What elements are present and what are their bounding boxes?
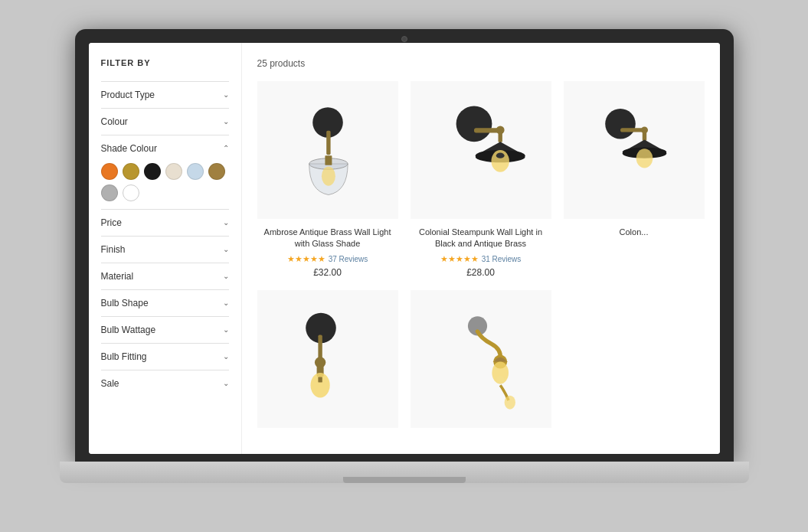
svg-point-30 [496, 376, 504, 384]
filter-price[interactable]: Price ⌄ [101, 209, 229, 236]
product-price-2: £28.00 [411, 267, 551, 278]
chevron-down-icon: ⌄ [223, 299, 229, 307]
chevron-down-icon: ⌄ [223, 352, 229, 361]
product-image-5 [411, 290, 551, 428]
product-price-1: £32.00 [257, 267, 398, 278]
webcam [401, 36, 407, 42]
filter-colour[interactable]: Colour ⌄ [101, 108, 229, 135]
swatch-black[interactable] [144, 163, 161, 180]
filter-sale-label: Sale [101, 378, 119, 389]
filter-shade-colour[interactable]: Shade Colour ⌃ [101, 143, 229, 154]
svg-point-25 [310, 373, 329, 397]
filter-shade-colour-label: Shade Colour [101, 143, 157, 154]
swatch-white[interactable] [123, 184, 139, 201]
swatch-gold[interactable] [123, 163, 139, 180]
product-card-2[interactable]: Colonial Steampunk Wall Light in Black a… [411, 81, 551, 279]
filter-price-label: Price [101, 217, 122, 228]
svg-rect-15 [620, 128, 645, 132]
product-image-1 [257, 81, 398, 219]
filter-bulb-fitting[interactable]: Bulb Fitting ⌄ [101, 343, 229, 370]
sidebar: FILTER BY Product Type ⌄ Colour ⌄ Shade … [89, 43, 242, 454]
filter-bulb-wattage[interactable]: Bulb Wattage ⌄ [101, 316, 229, 343]
product-grid: Ambrose Antique Brass Wall Light with Gl… [257, 81, 705, 436]
swatch-light-blue[interactable] [187, 163, 204, 180]
laptop-screen: FILTER BY Product Type ⌄ Colour ⌄ Shade … [89, 43, 720, 454]
chevron-down-icon: ⌄ [223, 245, 229, 253]
svg-rect-1 [326, 130, 330, 155]
products-count: 25 products [257, 58, 705, 69]
swatch-orange[interactable] [101, 163, 118, 180]
colour-swatches [101, 163, 229, 201]
svg-rect-9 [498, 129, 502, 142]
svg-point-6 [456, 106, 492, 142]
product-reviews-1: ★★★★★ 37 Reviews [257, 254, 398, 264]
chevron-down-icon: ⌄ [223, 218, 229, 227]
main-content: 25 products [242, 43, 720, 454]
svg-point-14 [605, 109, 636, 139]
product-card-4[interactable] [257, 290, 398, 436]
stars-2: ★★★★★ [440, 254, 479, 264]
product-card-3[interactable]: Colon... [564, 81, 705, 279]
product-image-3 [564, 81, 705, 219]
svg-rect-26 [318, 377, 322, 383]
filter-finish[interactable]: Finish ⌄ [101, 236, 229, 263]
filter-sale[interactable]: Sale ⌄ [101, 370, 229, 397]
product-card-5[interactable] [411, 290, 551, 436]
svg-point-31 [504, 396, 515, 410]
product-image-4 [257, 290, 398, 428]
filter-material-label: Material [101, 271, 134, 282]
filter-finish-label: Finish [101, 244, 126, 255]
stars-1: ★★★★★ [287, 254, 325, 264]
chevron-down-icon: ⌄ [223, 325, 229, 334]
screen-bezel: FILTER BY Product Type ⌄ Colour ⌄ Shade … [75, 29, 734, 462]
svg-point-13 [496, 152, 504, 158]
svg-point-4 [321, 166, 335, 185]
filter-product-type-label: Product Type [101, 90, 155, 100]
svg-point-20 [636, 149, 653, 168]
filter-bulb-shape-label: Bulb Shape [101, 298, 149, 308]
product-name-3: Colon... [564, 227, 705, 238]
laptop-container: FILTER BY Product Type ⌄ Colour ⌄ Shade … [60, 29, 749, 504]
filter-title: FILTER BY [101, 58, 229, 67]
chevron-up-icon: ⌃ [223, 144, 229, 152]
chevron-down-icon: ⌄ [223, 117, 229, 126]
svg-rect-5 [325, 155, 332, 165]
review-count-2: 31 Reviews [482, 255, 522, 263]
filter-bulb-shape[interactable]: Bulb Shape ⌄ [101, 289, 229, 316]
laptop-base [60, 462, 749, 483]
product-name-2: Colonial Steampunk Wall Light in Black a… [411, 227, 551, 250]
filter-bulb-fitting-label: Bulb Fitting [101, 351, 147, 362]
filter-shade-colour-section: Shade Colour ⌃ [101, 135, 229, 201]
review-count-1: 37 Reviews [329, 255, 368, 263]
swatch-brass[interactable] [208, 163, 225, 180]
filter-material[interactable]: Material ⌄ [101, 263, 229, 289]
filter-bulb-wattage-label: Bulb Wattage [101, 325, 156, 335]
filter-product-type[interactable]: Product Type ⌄ [101, 81, 229, 108]
product-reviews-2: ★★★★★ 31 Reviews [411, 254, 551, 264]
product-name-1: Ambrose Antique Brass Wall Light with Gl… [257, 227, 398, 250]
product-card-1[interactable]: Ambrose Antique Brass Wall Light with Gl… [257, 81, 398, 279]
filter-colour-label: Colour [101, 116, 128, 127]
chevron-down-icon: ⌄ [223, 90, 229, 99]
swatch-cream[interactable] [165, 163, 182, 180]
swatch-silver[interactable] [101, 184, 118, 201]
chevron-down-icon: ⌄ [223, 379, 229, 387]
chevron-down-icon: ⌄ [223, 272, 229, 280]
product-image-2 [411, 81, 551, 219]
svg-rect-17 [642, 129, 646, 140]
